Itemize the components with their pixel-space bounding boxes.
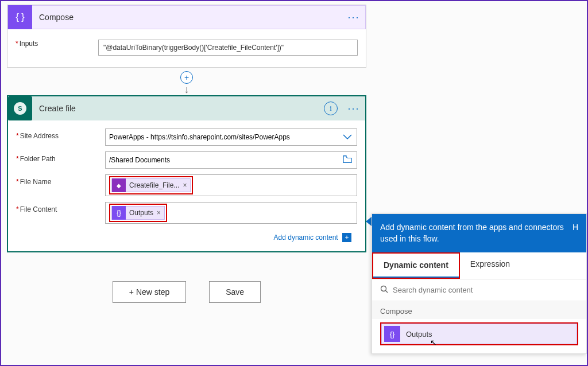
- compose-card: { } Compose ··· *Inputs: [7, 5, 366, 68]
- compose-icon: { }: [8, 5, 32, 29]
- folder-path-label: *Folder Path: [16, 151, 105, 163]
- file-content-token[interactable]: {} Outputs ×: [111, 206, 165, 220]
- new-step-button[interactable]: + New step: [113, 281, 186, 303]
- tab-dynamic-content[interactable]: Dynamic content: [373, 254, 459, 278]
- create-file-card: S Create file i ··· *Site Address PowerA…: [7, 95, 366, 252]
- info-icon[interactable]: i: [324, 102, 338, 115]
- compose-header[interactable]: { } Compose ···: [7, 5, 366, 29]
- file-content-label: *File Content: [16, 202, 105, 213]
- hide-panel-link[interactable]: H: [567, 222, 578, 244]
- folder-picker-icon[interactable]: [343, 155, 352, 165]
- add-dynamic-plus-icon[interactable]: +: [342, 233, 351, 242]
- create-file-menu-icon[interactable]: ···: [342, 103, 365, 115]
- folder-path-field[interactable]: /Shared Documents: [105, 151, 357, 169]
- sharepoint-icon: S: [8, 96, 32, 120]
- compose-token-icon: {}: [112, 206, 126, 220]
- site-address-field[interactable]: PowerApps - https://tsinfo.sharepoint.co…: [105, 129, 357, 146]
- compose-menu-icon[interactable]: ···: [342, 11, 365, 24]
- file-name-field[interactable]: ◆ Createfile_File... ×: [105, 174, 357, 196]
- create-file-header[interactable]: S Create file i ···: [8, 96, 365, 120]
- cursor-pointer-icon: ↖: [430, 338, 437, 347]
- add-dynamic-content-link[interactable]: Add dynamic content: [274, 233, 338, 242]
- file-name-token[interactable]: ◆ Createfile_File... ×: [111, 178, 191, 192]
- svg-point-0: [381, 286, 386, 291]
- dynamic-group-compose: Compose: [372, 301, 586, 319]
- file-content-field[interactable]: {} Outputs ×: [105, 202, 357, 224]
- connector: + ↓: [7, 68, 366, 95]
- compose-inputs-field[interactable]: [98, 40, 358, 56]
- create-file-title: Create file: [32, 104, 324, 113]
- compose-title: Compose: [32, 13, 342, 22]
- compose-icon: {}: [384, 326, 400, 342]
- remove-token-icon[interactable]: ×: [153, 209, 164, 217]
- search-dynamic-content-input[interactable]: [393, 286, 578, 294]
- inputs-label: *Inputs: [16, 40, 90, 56]
- site-address-label: *Site Address: [16, 129, 105, 140]
- tab-expression[interactable]: Expression: [460, 252, 520, 279]
- search-icon: [380, 285, 388, 295]
- dynamic-content-panel: Add dynamic content from the apps and co…: [372, 213, 587, 354]
- dynamic-item-outputs[interactable]: {} Outputs ↖: [381, 324, 577, 344]
- arrow-down-icon: ↓: [184, 84, 189, 96]
- callout-pointer-icon: [366, 217, 372, 226]
- chevron-down-icon[interactable]: [343, 133, 352, 142]
- svg-line-1: [386, 291, 388, 293]
- file-name-label: *File Name: [16, 174, 105, 186]
- powerapps-icon: ◆: [112, 178, 126, 192]
- remove-token-icon[interactable]: ×: [179, 181, 190, 189]
- save-button[interactable]: Save: [209, 281, 261, 303]
- insert-step-button[interactable]: +: [180, 71, 193, 84]
- dynamic-panel-header: Add dynamic content from the apps and co…: [372, 214, 586, 252]
